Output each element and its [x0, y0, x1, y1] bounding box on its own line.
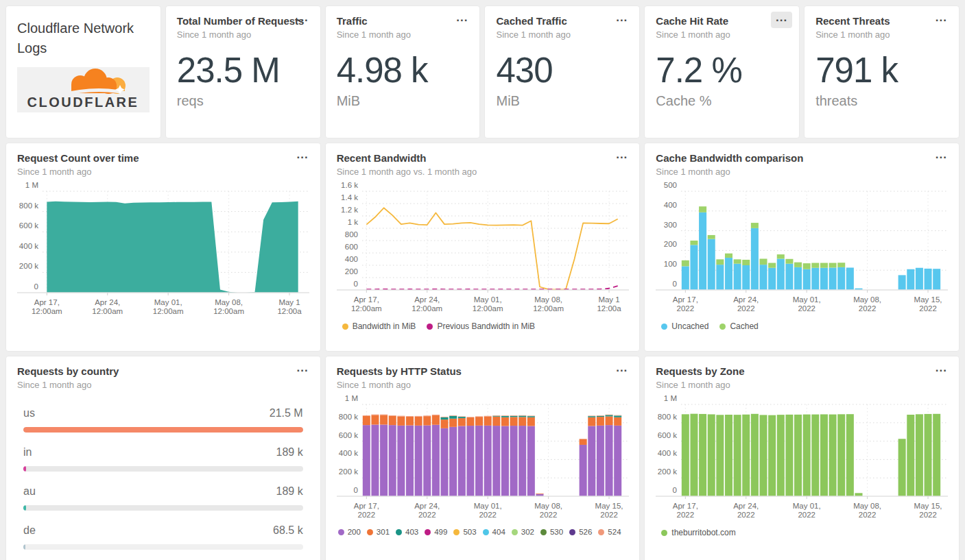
svg-text:400 k: 400 k: [19, 242, 38, 250]
legend-dot-icon: [540, 529, 547, 535]
svg-text:200: 200: [664, 240, 677, 248]
svg-text:800 k: 800 k: [339, 413, 358, 421]
panel-menu-button[interactable]: ...: [931, 12, 952, 28]
panel-menu-button[interactable]: ...: [291, 149, 313, 165]
panel-menu-button[interactable]: ...: [291, 362, 313, 378]
svg-text:12:00am: 12:00am: [153, 307, 184, 315]
stat-unit: reqs: [177, 93, 309, 109]
panel-menu-button[interactable]: ...: [611, 12, 632, 28]
svg-text:May 01,: May 01,: [793, 502, 821, 510]
svg-text:Apr 24,: Apr 24,: [734, 295, 759, 304]
request-count-area-chart: 1 M800 k600 k400 k200 k0Apr 17,12:00amAp…: [17, 182, 309, 319]
bottom-charts-row: ... Requests by country Since 1 month ag…: [5, 356, 960, 560]
panel-menu-button[interactable]: ...: [611, 149, 632, 165]
panel-subtitle: Since 1 month ago: [337, 380, 629, 391]
svg-text:May 15,: May 15,: [914, 295, 942, 304]
stat-unit: MiB: [337, 93, 469, 109]
svg-text:May 1: May 1: [278, 298, 300, 306]
svg-text:May 08,: May 08,: [215, 298, 243, 306]
legend-dot-icon: [396, 529, 402, 535]
panel-subtitle: Since 1 month ago: [17, 380, 309, 391]
svg-text:12:00am: 12:00am: [472, 304, 503, 313]
svg-text:2022: 2022: [859, 304, 877, 313]
panel-recent-bandwidth: ... Recent Bandwidth Since 1 month ago v…: [325, 143, 641, 352]
stat-subtitle: Since 1 month ago: [177, 29, 309, 40]
stat-unit: Cache %: [656, 93, 788, 109]
svg-text:May 08,: May 08,: [534, 502, 562, 510]
panel-menu-button[interactable]: ...: [771, 12, 792, 28]
country-bar-track: [23, 505, 303, 511]
country-bar-track: [23, 544, 303, 550]
svg-text:2022: 2022: [737, 304, 755, 313]
legend-item-200[interactable]: 200: [338, 528, 361, 536]
svg-text:600 k: 600 k: [658, 431, 677, 439]
svg-text:2022: 2022: [600, 511, 618, 519]
legend-dot-icon: [483, 529, 489, 535]
legend-item-302[interactable]: 302: [512, 528, 534, 536]
panel-menu-button[interactable]: ...: [291, 12, 313, 28]
legend-dot-icon: [719, 324, 726, 330]
svg-text:2022: 2022: [798, 511, 816, 519]
legend-item-404[interactable]: 404: [483, 528, 505, 536]
panel-menu-button[interactable]: ...: [931, 362, 952, 378]
country-value: 189 k: [276, 485, 303, 498]
country-bar-fill: [23, 544, 25, 550]
svg-text:May 15,: May 15,: [595, 502, 623, 510]
svg-text:May 08,: May 08,: [853, 295, 881, 304]
legend-item-theburritobot-com[interactable]: theburritobot.com: [661, 528, 735, 537]
svg-text:May 08,: May 08,: [534, 295, 562, 304]
country-value: 68.5 k: [273, 524, 303, 537]
legend-item-bandwidth-in-mib[interactable]: Bandwidth in MiB: [342, 321, 416, 331]
svg-text:200 k: 200 k: [658, 467, 677, 476]
stat-subtitle: Since 1 month ago: [656, 29, 788, 40]
svg-text:1 M: 1 M: [344, 395, 357, 402]
country-row-in: in189 k: [23, 446, 303, 472]
stat-subtitle: Since 1 month ago: [337, 29, 469, 40]
legend-dot-icon: [598, 529, 604, 535]
stat-card-total-requests: ... Total Number of Requests Since 1 mon…: [165, 5, 321, 138]
svg-text:2022: 2022: [677, 511, 695, 519]
panel-subtitle: Since 1 month ago vs. 1 month ago: [337, 167, 629, 178]
legend-item-526[interactable]: 526: [569, 528, 592, 536]
stat-card-cached-traffic: ... Cached Traffic Since 1 month ago 430…: [484, 5, 640, 138]
cache-bandwidth-bar-chart: 5004003002001000Apr 17,2022Apr 24,2022Ma…: [656, 182, 948, 316]
svg-text:300: 300: [664, 221, 677, 229]
panel-menu-button[interactable]: ...: [451, 12, 473, 28]
legend-item-previous-bandwidth-in-mib[interactable]: Previous Bandwidth in MiB: [427, 321, 535, 331]
legend-item-uncached[interactable]: Uncached: [661, 321, 708, 331]
dashboard: Cloudflare Network Logs CLOUDFLARE: [0, 0, 965, 560]
panel-subtitle: Since 1 month ago: [17, 167, 309, 178]
legend-item-530[interactable]: 530: [540, 528, 563, 536]
legend-item-403[interactable]: 403: [396, 528, 418, 536]
legend-item-524[interactable]: 524: [598, 528, 621, 536]
legend-item-499[interactable]: 499: [425, 528, 447, 536]
stat-title: Recent Threats: [815, 15, 948, 27]
panel-menu-button[interactable]: ...: [611, 362, 632, 378]
panel-menu-button[interactable]: ...: [931, 149, 952, 165]
http-status-legend: 200301403499503404302530526524: [337, 528, 629, 536]
legend-item-301[interactable]: 301: [367, 528, 390, 536]
svg-text:400: 400: [344, 255, 357, 263]
legend-item-503[interactable]: 503: [453, 528, 476, 536]
svg-text:0: 0: [673, 280, 677, 288]
legend-dot-icon: [661, 530, 667, 536]
svg-text:0: 0: [353, 280, 357, 288]
svg-text:2022: 2022: [920, 511, 938, 519]
panel-title: Request Count over time: [17, 152, 309, 165]
legend-item-cached[interactable]: Cached: [719, 321, 758, 331]
stat-value: 4.98 k: [337, 51, 469, 90]
svg-text:600: 600: [344, 243, 357, 251]
stat-title: Total Number of Requests: [177, 15, 309, 27]
svg-text:1 M: 1 M: [25, 182, 38, 189]
svg-text:0: 0: [34, 282, 38, 291]
svg-text:Apr 24,: Apr 24,: [734, 502, 759, 510]
stat-value: 791 k: [815, 51, 948, 90]
svg-text:800 k: 800 k: [658, 413, 677, 421]
country-bar-track: [23, 466, 303, 472]
svg-text:12:00am: 12:00am: [92, 307, 123, 315]
legend-dot-icon: [342, 324, 348, 330]
cache-bandwidth-legend: UncachedCached: [656, 321, 948, 331]
svg-text:Apr 17,: Apr 17,: [34, 298, 60, 306]
zone-bar-chart: 1 M800 k600 k400 k200 k0Apr 17,2022Apr 2…: [656, 395, 948, 522]
country-label: de: [23, 524, 36, 537]
